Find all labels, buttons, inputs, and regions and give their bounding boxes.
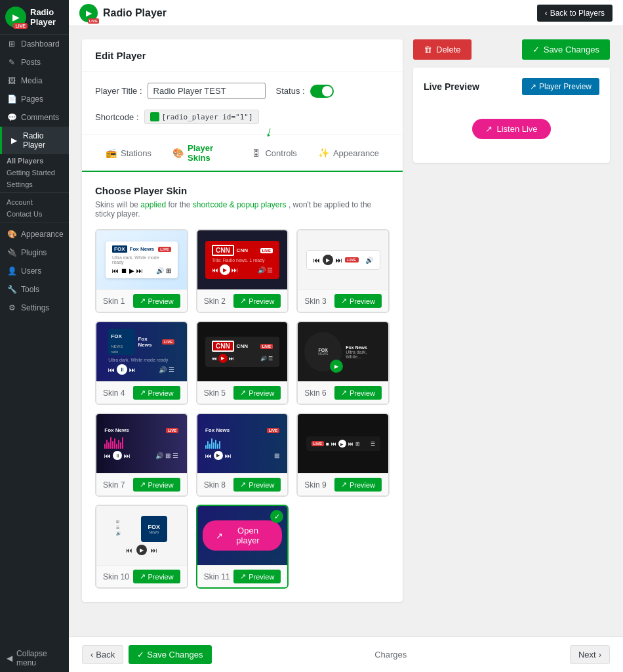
skin-9-preview-button[interactable]: ↗ Preview <box>334 478 382 492</box>
sidebar-item-plugins[interactable]: 🔌 Plugins <box>0 243 69 262</box>
sidebar-item-label: Media <box>21 76 43 85</box>
preview-icon: ↗ <box>240 480 246 489</box>
tab-controls[interactable]: 🎛 Controls <box>241 135 307 172</box>
sidebar-app-title: Radio Player <box>30 7 64 27</box>
skin-card-2: CNN CNN LIVE Title: Radio news. 1 ready … <box>196 229 289 313</box>
sidebar-item-media[interactable]: 🖼 Media <box>0 72 69 90</box>
skin-10-label: Skin 10 <box>103 572 129 581</box>
chevron-left-icon: ‹ <box>90 650 93 660</box>
player-title-group: Player Title : <box>95 83 266 99</box>
radio-icon: ▶ <box>9 136 19 145</box>
player-preview-label: Player Preview <box>539 82 592 91</box>
skin-9-label: Skin 9 <box>304 480 326 490</box>
preview-icon: ↗ <box>140 297 146 305</box>
player-preview-icon: ↗ <box>530 82 536 91</box>
sidebar-item-posts[interactable]: ✎ Posts <box>0 53 69 72</box>
tools-icon: 🔧 <box>7 285 17 294</box>
pages-icon: 📄 <box>7 94 17 104</box>
player-skins-icon: 🎨 <box>172 148 184 158</box>
skin-card-3: ⏮ ▶ ⏭ LIVE 🔊 <box>296 229 390 313</box>
skin-3-preview-button[interactable]: ↗ Preview <box>334 294 382 308</box>
shortcode-label: Shortcode : <box>95 112 139 122</box>
skin-6-preview: FOX NEWS ▶ Fox News <box>298 322 388 381</box>
shortcode-group: Shortcode : [radio_player id="1"] <box>95 110 259 124</box>
sidebar-item-label: Dashboard <box>21 39 60 49</box>
skin-4-preview-button[interactable]: ↗ Preview <box>133 386 180 400</box>
skin-5-preview-button[interactable]: ↗ Preview <box>233 386 281 400</box>
sidebar-item-label: Comments <box>21 113 59 122</box>
account-label[interactable]: Account <box>0 196 69 207</box>
back-button[interactable]: ‹ Back <box>82 645 123 664</box>
player-title-input[interactable] <box>148 83 266 99</box>
preview-icon: ↗ <box>341 297 347 305</box>
skin-7-preview-button[interactable]: ↗ Preview <box>133 478 180 492</box>
skins-title: Choose Player Skin <box>95 185 390 196</box>
tab-appearance[interactable]: ✨ Appearance <box>308 135 390 172</box>
live-preview-header: Live Preview ↗ Player Preview <box>424 78 599 95</box>
topbar-left: ▶ LIVE Radio Player <box>79 4 167 22</box>
skins-grid: FOX Fox News LIVE Ultra dark. White mode… <box>95 229 390 589</box>
skin-3-label: Skin 3 <box>304 297 326 306</box>
check-icon: ✓ <box>533 45 540 54</box>
tab-stations[interactable]: 📻 Stations <box>95 135 162 172</box>
skins-section: Choose Player Skin Skins will be applied… <box>82 172 403 602</box>
preview-icon: ↗ <box>140 572 146 581</box>
open-player-button-preview[interactable]: ↗ Open player <box>203 520 283 551</box>
delete-button[interactable]: 🗑 Delete <box>413 39 472 60</box>
skin-1-preview-button[interactable]: ↗ Preview <box>133 294 180 308</box>
sidebar-header: ▶ LIVE Radio Player <box>0 0 69 35</box>
skin-1-footer: Skin 1 ↗ Preview <box>96 289 187 312</box>
sidebar-item-radio-player[interactable]: ▶ Radio Player <box>0 127 69 154</box>
player-title-label: Player Title : <box>95 86 142 96</box>
sidebar-item-tools[interactable]: 🔧 Tools <box>0 280 69 299</box>
sidebar-item-settings[interactable]: ⚙ Settings <box>0 299 69 317</box>
save-changes-button[interactable]: ✓ Save Changes <box>522 39 610 60</box>
collapse-icon: ◀ <box>7 654 12 663</box>
skin-3-preview: ⏮ ▶ ⏭ LIVE 🔊 <box>298 230 388 289</box>
getting-started-label[interactable]: Getting Started <box>0 166 69 178</box>
media-icon: 🖼 <box>7 76 17 85</box>
preview-icon: ↗ <box>140 388 146 397</box>
topbar-logo: ▶ LIVE <box>79 4 98 22</box>
save-label: Save Changes <box>544 45 599 54</box>
all-players-label[interactable]: All Players <box>0 154 69 166</box>
status-toggle[interactable] <box>310 85 334 98</box>
tabs-container: ↓ 📻 Stations 🎨 Player Skins 🎛 Control <box>82 135 403 172</box>
sidebar-item-pages[interactable]: 📄 Pages <box>0 90 69 108</box>
sidebar-logo: ▶ LIVE <box>5 7 26 28</box>
live-preview-title: Live Preview <box>424 81 479 92</box>
skin-1-label: Skin 1 <box>103 297 125 306</box>
skin-11-preview-button[interactable]: ↗ Preview <box>233 570 281 583</box>
topbar: ▶ LIVE Radio Player ‹ Back to Players <box>69 0 623 26</box>
skin-10-preview-button[interactable]: ↗ Preview <box>133 570 180 583</box>
sidebar-item-label: Settings <box>21 303 49 312</box>
side-panel: 🗑 Delete ✓ Save Changes Live Preview ↗ P… <box>413 39 610 623</box>
chevron-left-icon: ‹ <box>545 9 548 18</box>
tab-stations-label: Stations <box>121 148 151 158</box>
sidebar-item-dashboard[interactable]: ⊞ Dashboard <box>0 35 69 53</box>
sidebar-item-users[interactable]: 👤 Users <box>0 262 69 280</box>
listen-icon: ↗ <box>485 124 492 134</box>
next-button[interactable]: Next › <box>570 645 610 664</box>
player-preview-button[interactable]: ↗ Player Preview <box>522 78 599 95</box>
skin-8-preview-button[interactable]: ↗ Preview <box>233 478 281 492</box>
skin-2-preview-button[interactable]: ↗ Preview <box>233 294 281 308</box>
back-to-players-button[interactable]: ‹ Back to Players <box>537 5 613 22</box>
skin-card-10: ⊞ ☰ 🔊 FOX NEWS <box>95 505 188 589</box>
footer-save-button[interactable]: ✓ Save Changes <box>129 645 211 664</box>
next-label: Next <box>578 650 596 660</box>
collapse-menu-button[interactable]: ◀ Collapse menu <box>0 644 69 672</box>
skin-card-7: Fox News LIVE <box>95 413 188 497</box>
back-to-players-label: Back to Players <box>550 9 605 18</box>
preview-icon: ↗ <box>240 572 246 581</box>
footer-save-label: Save Changes <box>147 650 203 660</box>
shortcode-value[interactable]: [radio_player id="1"] <box>144 110 259 124</box>
tab-player-skins[interactable]: 🎨 Player Skins <box>162 135 241 172</box>
listen-live-button[interactable]: ↗ Listen Live <box>472 119 550 139</box>
skin-9-footer: Skin 9 ↗ Preview <box>298 473 388 495</box>
skin-6-preview-button[interactable]: ↗ Preview <box>334 386 382 400</box>
sidebar-item-appearance[interactable]: 🎨 Appearance <box>0 225 69 243</box>
contact-us-label[interactable]: Contact Us <box>0 207 69 219</box>
sidebar-item-comments[interactable]: 💬 Comments <box>0 108 69 127</box>
status-toggle-knob <box>322 86 332 96</box>
